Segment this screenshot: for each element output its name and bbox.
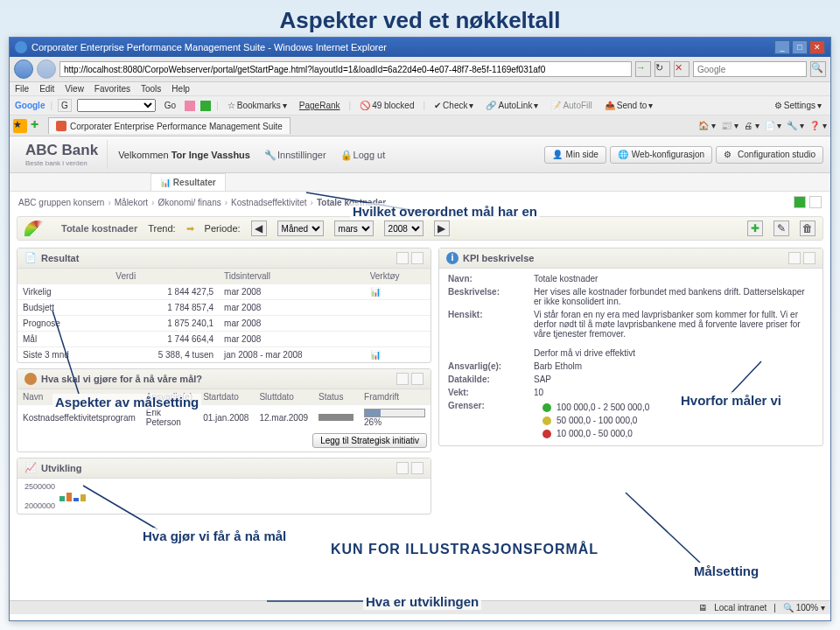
panel-collapse-icon[interactable] xyxy=(803,252,816,264)
menubar: File Edit View Favorites Tools Help xyxy=(10,82,830,96)
kpi-toolbar: Totale kostnader Trend: ➡ Periode: ◀ Mån… xyxy=(17,216,823,241)
print-page-icon[interactable] xyxy=(809,196,822,208)
configstudio-button[interactable]: ⚙Configuration studio xyxy=(716,146,823,164)
tools-icon[interactable]: 🔧 ▾ xyxy=(787,121,804,130)
label: Vekt: xyxy=(448,388,527,397)
tab-resultater[interactable]: 📊 Resultater xyxy=(150,173,226,191)
sendto-button[interactable]: 📤 Send to ▾ xyxy=(601,100,656,111)
url-input[interactable] xyxy=(60,61,632,77)
crumb-5: Totale kostnader xyxy=(317,198,386,207)
tool-icon[interactable]: 📊 xyxy=(365,347,430,363)
bookmarks-button[interactable]: ☆ Bookmarks ▾ xyxy=(224,100,290,111)
edit-icon[interactable]: ✎ xyxy=(774,220,789,236)
label: Grenser: xyxy=(448,401,527,440)
dot-red-icon xyxy=(542,430,551,438)
panel-collapse-icon[interactable] xyxy=(411,373,424,385)
forward-button[interactable] xyxy=(37,60,56,79)
blocked-button[interactable]: 🚫 49 blocked xyxy=(356,100,417,111)
label: Beskrivelse: xyxy=(448,287,527,306)
tab-title: Corporater Enterprise Performance Manage… xyxy=(70,122,283,131)
panel-collapse-icon[interactable] xyxy=(411,252,424,264)
panel-edit-icon[interactable] xyxy=(788,252,801,264)
menu-favorites[interactable]: Favorites xyxy=(94,84,130,94)
window-title: Corporater Enterprise Performance Manage… xyxy=(32,42,387,52)
webconfig-button[interactable]: 🌐Web-konfigurasjon xyxy=(610,146,712,164)
logout-link[interactable]: 🔒Logg ut xyxy=(340,150,386,160)
month-select[interactable]: mars xyxy=(334,220,374,236)
browser-tab[interactable]: Corporater Enterprise Performance Manage… xyxy=(48,117,290,134)
menu-help[interactable]: Help xyxy=(172,84,190,94)
label: Ansvarlig(e): xyxy=(448,361,527,371)
label: Hensikt: xyxy=(448,310,527,358)
print-icon[interactable]: 🖨 ▾ xyxy=(744,121,760,130)
chart-ytick: 2000000 xyxy=(24,501,424,510)
table-row: Virkelig1 844 427,5mar 2008📊 xyxy=(18,284,430,300)
panel-edit-icon[interactable] xyxy=(396,373,409,385)
tool-icon[interactable]: 📊 xyxy=(365,284,430,300)
add-icon[interactable]: ✚ xyxy=(747,220,763,236)
crumb-2[interactable]: Målekort xyxy=(115,198,148,207)
kpi-desc-panel: i KPI beskrivelse Navn:Totale kostnader … xyxy=(438,248,823,446)
period-prev[interactable]: ◀ xyxy=(251,220,267,236)
menu-edit[interactable]: Edit xyxy=(39,84,54,94)
back-button[interactable] xyxy=(14,60,33,79)
search-input[interactable] xyxy=(693,61,807,77)
help-icon[interactable]: ❓ ▾ xyxy=(809,121,827,130)
delete-icon[interactable]: 🗑 xyxy=(800,220,816,236)
page-icon[interactable]: 📄 ▾ xyxy=(765,121,782,130)
status-bar: 🖥 Local intranet | 🔍 100% ▾ xyxy=(10,600,830,614)
interval-select[interactable]: Måned xyxy=(277,220,324,236)
check-button[interactable]: ✔ Check ▾ xyxy=(430,100,477,111)
google-go[interactable]: Go xyxy=(161,100,179,111)
google-icon-1[interactable] xyxy=(185,101,195,111)
status-zoom[interactable]: 🔍 100% ▾ xyxy=(783,603,825,612)
trend-label: Trend: xyxy=(148,223,175,234)
table-row: Budsjett1 784 857,4mar 2008 xyxy=(18,300,430,316)
periode-label: Periode: xyxy=(205,223,241,234)
crumb-4[interactable]: Kostnadseffektivitet xyxy=(231,198,307,207)
panel-edit-icon[interactable] xyxy=(396,462,409,474)
go-button[interactable]: → xyxy=(635,61,651,77)
favorites-icon[interactable]: ★ xyxy=(13,119,27,133)
add-initiative-button[interactable]: Legg til Strategisk initiativ xyxy=(312,433,427,448)
browser-window: Corporater Enterprise Performance Manage… xyxy=(9,37,831,621)
google-search-select[interactable] xyxy=(77,99,156,112)
menu-tools[interactable]: Tools xyxy=(141,84,161,94)
search-button[interactable]: 🔍 xyxy=(810,61,826,77)
panel-edit-icon[interactable] xyxy=(396,252,409,264)
crumb-1[interactable]: ABC gruppen konsern xyxy=(18,198,104,207)
google-icon-2[interactable] xyxy=(200,101,211,111)
gauge-icon xyxy=(24,220,51,236)
year-select[interactable]: 2008 xyxy=(384,220,424,236)
settings-link[interactable]: 🔧Innstillinger xyxy=(264,150,326,160)
table-row: Mål1 744 664,4mar 2008 xyxy=(18,332,430,347)
add-fav-icon[interactable]: ✚ xyxy=(31,119,45,133)
label: Navn: xyxy=(448,274,527,284)
autofill-button[interactable]: 📝 AutoFill xyxy=(547,100,595,111)
pagerank[interactable]: PageRank xyxy=(296,100,344,111)
settings-button[interactable]: ⚙ Settings ▾ xyxy=(771,100,825,111)
panel-collapse-icon[interactable] xyxy=(411,462,424,474)
crumb-3[interactable]: Økonomi/ finans xyxy=(158,198,220,207)
home-icon[interactable]: 🏠 ▾ xyxy=(698,121,716,130)
period-next[interactable]: ▶ xyxy=(434,220,450,236)
table-row: Siste 3 mnd5 388, 4 tusenjan 2008 - mar … xyxy=(18,347,430,363)
maximize-button[interactable]: □ xyxy=(792,40,808,54)
document-icon: 📄 xyxy=(24,252,37,264)
feed-icon[interactable]: 📰 ▾ xyxy=(721,121,738,130)
titlebar: Corporater Enterprise Performance Manage… xyxy=(10,38,830,57)
address-bar: → ↻ ✕ 🔍 xyxy=(10,57,830,82)
kpi-beskrivelse: Her vises alle kostnader forbundet med b… xyxy=(534,287,814,306)
goals-table: NavnAnsvarlig(e) StartdatoSluttdato Stat… xyxy=(18,389,430,430)
menu-view[interactable]: View xyxy=(65,84,84,94)
minimize-button[interactable]: _ xyxy=(774,40,790,54)
close-button[interactable]: ✕ xyxy=(809,40,825,54)
excel-icon[interactable] xyxy=(794,196,806,208)
autolink-button[interactable]: 🔗 AutoLink ▾ xyxy=(482,100,542,111)
globe-icon: 🌐 xyxy=(618,150,628,160)
kpi-vekt: 10 xyxy=(534,388,814,397)
minside-button[interactable]: 👤Min side xyxy=(544,146,606,164)
stop-button[interactable]: ✕ xyxy=(674,61,690,77)
menu-file[interactable]: File xyxy=(15,84,29,94)
refresh-button[interactable]: ↻ xyxy=(654,61,670,77)
